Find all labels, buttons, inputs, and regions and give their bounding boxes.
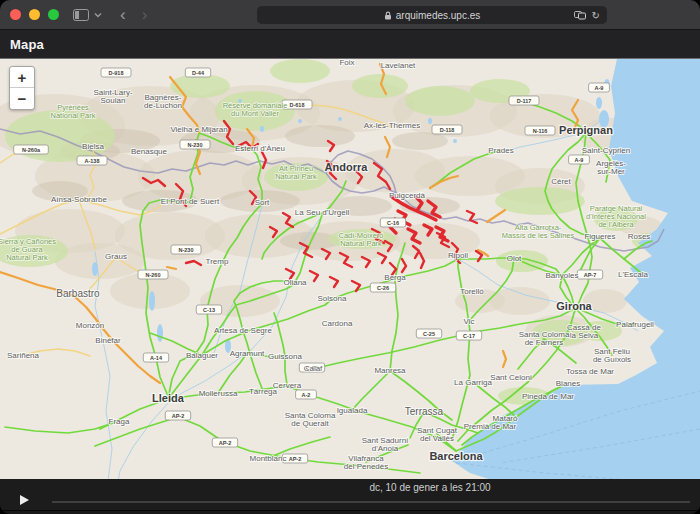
- road-badge: A-14: [143, 353, 168, 362]
- svg-text:Puigcerdà: Puigcerdà: [389, 191, 426, 200]
- road-badge: AP-2: [212, 438, 237, 447]
- svg-text:AP-2: AP-2: [219, 440, 232, 446]
- svg-text:Réserve domanialedu Mont Valie: Réserve domanialedu Mont Valier: [223, 101, 288, 118]
- svg-text:Cervera: Cervera: [273, 381, 302, 390]
- svg-text:D-117: D-117: [517, 98, 532, 104]
- road-badge: D-117: [509, 96, 539, 105]
- svg-text:Agramunt: Agramunt: [230, 349, 265, 358]
- svg-text:N-230: N-230: [179, 247, 194, 253]
- svg-text:Andorra: Andorra: [325, 161, 369, 173]
- road-badge: N-260: [138, 270, 168, 279]
- road-badge: C-25: [416, 329, 441, 338]
- svg-text:Tàrrega: Tàrrega: [249, 387, 278, 396]
- back-button[interactable]: ‹: [120, 6, 126, 23]
- privacy-shield-icon[interactable]: [574, 10, 586, 20]
- svg-text:Foix: Foix: [339, 59, 354, 67]
- svg-text:A-9: A-9: [595, 85, 604, 91]
- browser-window: ‹ › arquimedes.upc.es ↻ Mapa D-918D-44D-…: [0, 0, 700, 514]
- zoom-in-button[interactable]: +: [10, 67, 34, 88]
- svg-text:Sant Feliude Guíxols: Sant Feliude Guíxols: [593, 347, 631, 365]
- svg-text:AP-7: AP-7: [584, 272, 597, 278]
- svg-text:Lleida: Lleida: [152, 392, 185, 404]
- time-slider-bar: dc, 10 de gener a les 21:00: [0, 479, 700, 510]
- svg-text:Lavelanet: Lavelanet: [381, 61, 416, 70]
- svg-text:Guissona: Guissona: [268, 352, 302, 361]
- svg-text:Argelès-sur-Mer: Argelès-sur-Mer: [596, 159, 626, 177]
- svg-text:Solsona: Solsona: [318, 294, 347, 303]
- browser-titlebar: ‹ › arquimedes.upc.es ↻: [0, 0, 700, 30]
- road-badge: D-918: [101, 68, 131, 77]
- svg-text:A-138: A-138: [85, 158, 100, 164]
- svg-text:Barbastro: Barbastro: [56, 288, 100, 299]
- map-zoom-control: + −: [9, 66, 35, 110]
- svg-text:Barcelona: Barcelona: [429, 450, 483, 462]
- svg-text:Olot: Olot: [507, 254, 522, 263]
- svg-text:Bagnères-de-Luchon: Bagnères-de-Luchon: [144, 93, 182, 111]
- svg-text:A-14: A-14: [150, 355, 163, 361]
- svg-text:C-17: C-17: [463, 333, 475, 339]
- road-badge: AP-2: [165, 411, 190, 420]
- svg-text:Pineda de Mar: Pineda de Mar: [522, 392, 574, 401]
- svg-text:Artesa de Segre: Artesa de Segre: [214, 326, 272, 335]
- timeline-slider[interactable]: [52, 501, 690, 503]
- svg-text:Ax-les-Thermes: Ax-les-Thermes: [364, 121, 420, 130]
- svg-text:Manresa: Manresa: [374, 366, 406, 375]
- time-label: dc, 10 de gener a les 21:00: [160, 482, 700, 493]
- svg-text:Palafrugell: Palafrugell: [616, 320, 654, 329]
- road-badge: AP-7: [577, 270, 602, 279]
- road-badge: N-260a: [14, 145, 49, 154]
- svg-text:C-26: C-26: [377, 285, 389, 291]
- svg-text:Blanes: Blanes: [556, 379, 580, 388]
- svg-text:Graus: Graus: [105, 252, 127, 261]
- svg-text:Vic: Vic: [464, 317, 475, 326]
- chevron-down-icon[interactable]: [94, 12, 102, 18]
- play-button[interactable]: [20, 495, 29, 505]
- svg-text:Aínsa-Sobrarbe: Aínsa-Sobrarbe: [51, 195, 108, 204]
- forward-button[interactable]: ›: [142, 6, 148, 23]
- svg-text:Saint-Cyprien: Saint-Cyprien: [582, 146, 630, 155]
- svg-text:Prades: Prades: [488, 146, 513, 155]
- svg-text:Berga: Berga: [384, 273, 406, 282]
- road-status-map[interactable]: D-918D-44D-618D-117N-116D-118A-9A-9N-260…: [0, 59, 700, 479]
- map-container[interactable]: D-918D-44D-618D-117N-116D-118A-9A-9N-260…: [0, 58, 700, 479]
- svg-text:Balaguer: Balaguer: [186, 351, 218, 360]
- close-window-button[interactable]: [10, 9, 21, 20]
- svg-text:L'Escala: L'Escala: [618, 270, 649, 279]
- svg-text:Mollerussa: Mollerussa: [199, 389, 238, 398]
- svg-text:Cassà dela Selva: Cassà dela Selva: [567, 323, 601, 341]
- svg-text:Benasque: Benasque: [131, 147, 168, 156]
- sidebar-toggle-icon[interactable]: [73, 9, 89, 21]
- expand-window-button[interactable]: [48, 9, 59, 20]
- svg-text:C-25: C-25: [423, 331, 435, 337]
- svg-text:La Garriga: La Garriga: [454, 378, 492, 387]
- svg-text:Cadí-MoixeróNatural Park: Cadí-MoixeróNatural Park: [338, 231, 383, 248]
- svg-text:Oliana: Oliana: [283, 278, 307, 287]
- zoom-out-button[interactable]: −: [10, 88, 34, 109]
- reload-icon[interactable]: ↻: [592, 10, 600, 21]
- svg-text:Vielha e Mijaran: Vielha e Mijaran: [170, 125, 227, 134]
- svg-text:El Pont de Suert: El Pont de Suert: [161, 197, 220, 206]
- svg-text:Perpignan: Perpignan: [559, 124, 613, 136]
- road-badge: N-230: [171, 245, 201, 254]
- svg-text:Santa Colomade Farners: Santa Colomade Farners: [519, 330, 570, 348]
- svg-text:La Seu d'Urgell: La Seu d'Urgell: [295, 208, 350, 217]
- svg-text:AP-2: AP-2: [289, 456, 302, 462]
- svg-text:C-16: C-16: [387, 220, 399, 226]
- page-header: Mapa: [0, 30, 700, 58]
- minimize-window-button[interactable]: [29, 9, 40, 20]
- svg-text:Torelló: Torelló: [460, 287, 484, 296]
- road-badge: C-26: [370, 283, 395, 292]
- svg-text:Girona: Girona: [556, 300, 592, 312]
- road-badge: A-9: [589, 83, 610, 92]
- svg-text:D-44: D-44: [192, 70, 205, 76]
- svg-text:A-9: A-9: [575, 157, 584, 163]
- svg-text:N-116: N-116: [533, 128, 548, 134]
- svg-text:Binéfar: Binéfar: [95, 336, 121, 345]
- svg-text:Cardona: Cardona: [322, 319, 353, 328]
- road-badge: N-116: [525, 126, 555, 135]
- svg-text:C-13: C-13: [203, 307, 215, 313]
- svg-text:Roses: Roses: [628, 232, 651, 241]
- svg-text:A-2: A-2: [302, 392, 311, 398]
- road-badge: C-16: [380, 218, 405, 227]
- address-bar[interactable]: arquimedes.upc.es ↻: [257, 6, 607, 24]
